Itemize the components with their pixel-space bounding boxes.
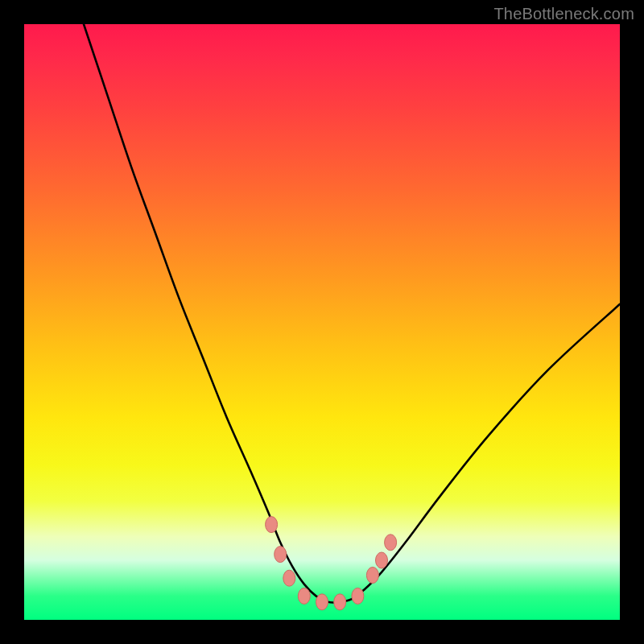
highlight-dot [376,552,388,568]
outer-frame: TheBottleneck.com [0,0,644,644]
highlight-dot [283,570,295,586]
highlight-dot [334,594,346,610]
curve-layer [24,24,620,620]
bottleneck-curve-path [84,24,620,603]
highlight-dot [316,594,328,610]
highlight-dot [385,535,397,551]
highlight-dots [266,517,397,610]
bottleneck-curve [84,24,620,603]
highlight-dot [266,517,278,533]
watermark-text: TheBottleneck.com [493,5,634,23]
highlight-dot [275,547,287,563]
highlight-dot [366,568,378,584]
plot-area [24,24,620,620]
highlight-dot [352,588,364,604]
highlight-dot [298,588,310,604]
